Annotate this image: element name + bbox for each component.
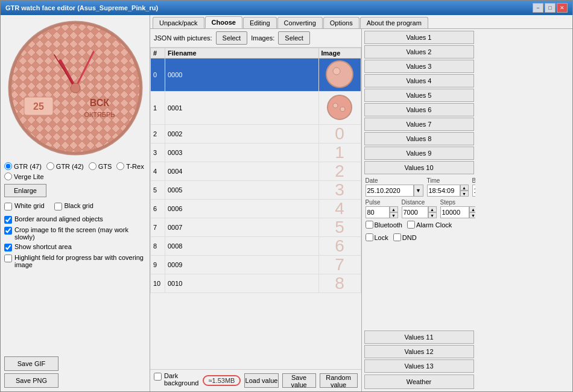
window-title: GTR watch face editor (Asus_Supreme_Pink…: [5, 4, 158, 11]
controls-col: Date ▼ Time: [363, 175, 475, 330]
table-row[interactable]: 0 0000: [151, 58, 361, 92]
values-8-button[interactable]: Values 8: [364, 132, 474, 145]
steps-up[interactable]: ▲: [469, 206, 475, 212]
time-group: Time ▲ ▼: [427, 177, 469, 197]
pulse-down[interactable]: ▼: [390, 212, 398, 218]
distance-input[interactable]: [402, 206, 428, 218]
svg-point-15: [11, 87, 13, 89]
highlight-check[interactable]: Highlight field for progress bar with co…: [4, 254, 146, 268]
tab-converting[interactable]: Converting: [277, 17, 323, 28]
date-picker-button[interactable]: ▼: [414, 185, 423, 197]
dnd-check[interactable]: DND: [393, 233, 417, 241]
values-4-button[interactable]: Values 4: [364, 74, 474, 87]
battery-label: Battery: [472, 177, 475, 184]
white-grid-check[interactable]: White grid: [4, 202, 45, 210]
close-button[interactable]: ✕: [557, 3, 568, 13]
table-row[interactable]: 8 0008 6: [151, 237, 361, 256]
svg-point-12: [74, 24, 77, 26]
values-11-button[interactable]: Values 11: [364, 330, 474, 344]
alarm-check[interactable]: Alarm Clock: [407, 221, 452, 229]
svg-text:ВСК: ВСК: [89, 98, 109, 108]
select-json-button[interactable]: Select: [216, 31, 248, 45]
values-13-button[interactable]: Values 13: [364, 359, 474, 373]
crop-check[interactable]: Crop image to fit the screen (may work s…: [4, 226, 146, 241]
svg-point-21: [340, 107, 345, 112]
col-filename: Filename: [165, 48, 319, 58]
time-down[interactable]: ▼: [460, 191, 469, 197]
tab-unpack[interactable]: Unpack/pack: [153, 17, 204, 28]
distance-down[interactable]: ▼: [428, 212, 437, 218]
time-label: Time: [427, 177, 469, 184]
col-num: #: [151, 48, 165, 58]
values-7-button[interactable]: Values 7: [364, 118, 474, 131]
table-row[interactable]: 6 0006 4: [151, 200, 361, 218]
file-bottom: Dark background ≈1.53MB Load value Save …: [150, 369, 361, 391]
table-row[interactable]: 2 0002 0: [151, 125, 361, 144]
values-3-button[interactable]: Values 3: [364, 60, 474, 73]
values-2-button[interactable]: Values 2: [364, 45, 474, 58]
file-toolbar: JSON with pictures: Select Images: Selec…: [150, 29, 361, 48]
table-row[interactable]: 1 0001: [151, 92, 361, 125]
border-check[interactable]: Border around aligned objects: [4, 215, 146, 224]
table-row[interactable]: 9 0009 7: [151, 256, 361, 274]
radio-verge[interactable]: Verge Lite: [4, 172, 44, 180]
pulse-spinner: ▲ ▼: [366, 206, 398, 218]
main-content: 25 ВСК ОКТЯБРЬ: [1, 15, 572, 391]
bluetooth-check[interactable]: Bluetooth: [366, 221, 402, 229]
minimize-button[interactable]: −: [533, 3, 543, 13]
steps-down[interactable]: ▼: [469, 212, 475, 218]
steps-label: Steps: [440, 199, 475, 206]
table-row[interactable]: 10 0010 8: [151, 274, 361, 293]
time-up[interactable]: ▲: [460, 185, 469, 191]
pulse-up[interactable]: ▲: [390, 206, 398, 212]
values-5-button[interactable]: Values 5: [364, 89, 474, 102]
load-value-button[interactable]: Load value: [244, 373, 278, 388]
shortcut-check[interactable]: Show shortcut area: [4, 243, 146, 251]
save-png-button[interactable]: Save PNG: [4, 373, 59, 388]
tab-bar: Unpack/pack Choose Editing Converting Op…: [150, 15, 572, 29]
table-row[interactable]: 5 0005 3: [151, 181, 361, 200]
weather-button[interactable]: Weather: [364, 375, 474, 389]
radio-gts[interactable]: GTS: [89, 162, 112, 170]
right-area: Unpack/pack Choose Editing Converting Op…: [150, 15, 572, 391]
steps-input[interactable]: [440, 206, 469, 218]
distance-up[interactable]: ▲: [428, 206, 437, 212]
table-container[interactable]: # Filename Image 0 0000: [150, 48, 361, 369]
time-input[interactable]: [427, 185, 460, 197]
values-1-button[interactable]: Values 1: [364, 31, 474, 44]
images-label: Images:: [251, 34, 274, 42]
save-gif-button[interactable]: Save GIF: [4, 356, 59, 371]
tab-choose[interactable]: Choose: [205, 16, 242, 28]
date-label: Date: [366, 177, 423, 184]
time-spinner: ▲ ▼: [427, 185, 469, 197]
battery-input[interactable]: [472, 185, 475, 197]
save-value-button[interactable]: Save value: [282, 373, 316, 388]
pulse-input[interactable]: [366, 206, 390, 218]
main-window: GTR watch face editor (Asus_Supreme_Pink…: [0, 0, 573, 392]
radio-gtr47[interactable]: GTR (47): [4, 162, 42, 170]
values-6-button[interactable]: Values 6: [364, 103, 474, 116]
tab-about[interactable]: About the program: [360, 17, 428, 28]
values-10-button[interactable]: Values 10: [364, 161, 474, 174]
dark-bg-check[interactable]: Dark background: [154, 372, 199, 387]
table-row[interactable]: 7 0007 5: [151, 218, 361, 237]
radio-gtr42[interactable]: GTR (42): [46, 162, 84, 170]
random-value-button[interactable]: Random value: [320, 373, 358, 388]
select-images-button[interactable]: Select: [278, 31, 310, 45]
date-input[interactable]: [366, 185, 414, 197]
enlarge-button[interactable]: Enlarge: [4, 184, 46, 197]
table-row[interactable]: 4 0004 2: [151, 162, 361, 181]
steps-spinner: ▲ ▼: [440, 206, 475, 218]
steps-group: Steps ▲ ▼: [440, 199, 475, 218]
values-9-button[interactable]: Values 9: [364, 147, 474, 160]
radio-trex[interactable]: T-Rex: [116, 162, 144, 170]
distance-label: Distance: [402, 199, 437, 206]
lock-check[interactable]: Lock: [366, 233, 388, 241]
window-controls: − □ ✕: [533, 3, 568, 13]
table-row[interactable]: 3 0003 1: [151, 144, 361, 162]
black-grid-check[interactable]: Black grid: [54, 202, 93, 210]
tab-options[interactable]: Options: [323, 17, 359, 28]
values-12-button[interactable]: Values 12: [364, 345, 474, 358]
tab-editing[interactable]: Editing: [243, 17, 277, 28]
maximize-button[interactable]: □: [545, 3, 556, 13]
